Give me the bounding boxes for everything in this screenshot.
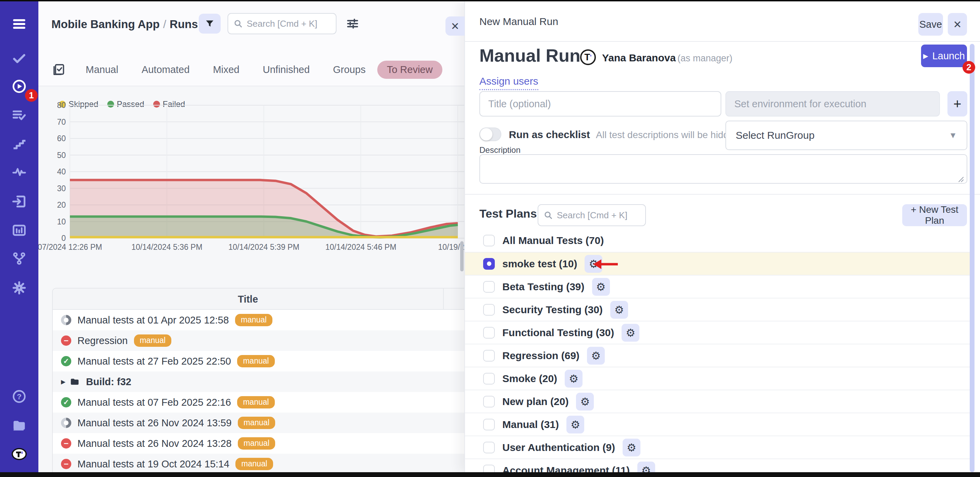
checkbox-checked[interactable] <box>483 258 495 270</box>
plan-settings-button[interactable]: ⚙ <box>637 461 655 472</box>
search-icon <box>233 19 243 29</box>
play-circle-icon[interactable] <box>12 79 27 94</box>
in-progress-status-icon <box>61 315 71 325</box>
test-plan-label: Smoke (20) <box>502 373 557 385</box>
svg-text:10/14/2024 5:36 PM: 10/14/2024 5:36 PM <box>131 243 202 251</box>
plan-settings-button[interactable]: ⚙ <box>622 324 640 342</box>
test-plan-row[interactable]: Functional Testing (30)⚙ <box>465 321 975 344</box>
right-panel-scrollbar[interactable] <box>970 44 975 472</box>
run-as-checklist-toggle[interactable] <box>479 127 501 141</box>
resize-handle-icon[interactable] <box>956 175 964 182</box>
sign-in-icon[interactable] <box>12 194 27 209</box>
plan-settings-button[interactable]: ⚙ <box>565 370 582 388</box>
table-row[interactable]: Regressionmanual <box>53 330 464 351</box>
help-icon[interactable]: ? <box>12 389 27 404</box>
run-title: Manual tests at 26 Nov 2024 13:28 <box>78 438 232 449</box>
test-plan-row[interactable]: User Authentication (9)⚙ <box>465 436 975 458</box>
test-plan-row[interactable]: New plan (20)⚙ <box>465 390 975 413</box>
avatar[interactable]: T' <box>580 49 596 65</box>
table-row[interactable]: Manual tests at 01 Apr 2025 12:58manual <box>53 310 464 330</box>
test-plans-search-input[interactable] <box>557 210 639 221</box>
tab-groups[interactable]: Groups <box>321 60 377 79</box>
checkbox[interactable] <box>483 419 495 430</box>
run-title-input[interactable] <box>479 91 721 116</box>
close-button[interactable]: ✕ <box>948 13 967 36</box>
caret-right-icon[interactable]: ▶ <box>61 378 65 385</box>
plan-settings-button[interactable]: ⚙ <box>576 393 594 410</box>
tab-unfinished[interactable]: Unfinished <box>251 60 321 79</box>
panel-collapse-button[interactable]: ✕ <box>445 16 465 36</box>
tab-to-review[interactable]: To Review <box>377 60 442 79</box>
runs-trend-chart: 0102030405060708007/2024 12:26 PM10/14/2… <box>38 91 464 256</box>
description-textarea[interactable] <box>479 154 967 184</box>
checkbox[interactable] <box>483 396 495 407</box>
test-plan-row[interactable]: Regression (69)⚙ <box>465 344 975 367</box>
table-row[interactable]: Manual tests at 19 Oct 2024 15:14manual <box>53 454 464 472</box>
test-plan-row[interactable]: Smoke (20)⚙ <box>465 367 975 390</box>
plan-settings-button[interactable]: ⚙ <box>623 439 640 456</box>
steps-icon[interactable] <box>12 137 27 151</box>
runs-search-input[interactable] <box>247 19 329 29</box>
runs-panel: Mobile Banking App/Runs ManualAutomatedM… <box>38 2 464 472</box>
left-panel-scrollbar[interactable] <box>460 241 464 271</box>
runs-search[interactable] <box>228 13 336 34</box>
checkbox[interactable] <box>483 304 495 316</box>
test-plan-row[interactable]: Manual (31)⚙ <box>465 413 975 436</box>
assign-users-link[interactable]: Assign users <box>479 75 538 90</box>
svg-text:07/2024 12:26 PM: 07/2024 12:26 PM <box>38 243 102 251</box>
checkbox[interactable] <box>483 465 495 472</box>
table-row[interactable]: Manual tests at 27 Feb 2025 22:50manual <box>53 351 464 372</box>
adjustments-icon[interactable] <box>345 16 360 31</box>
test-plan-label: Security Testing (30) <box>502 304 603 316</box>
manager-name: Yana Baranova <box>602 52 676 64</box>
test-plan-row[interactable]: Account Management (11)⚙ <box>465 458 975 472</box>
checkbox[interactable] <box>483 350 495 361</box>
list-check-icon[interactable] <box>12 108 27 123</box>
checkbox[interactable] <box>483 235 495 246</box>
test-plan-row[interactable]: All Manual Tests (70) <box>465 229 975 252</box>
logo-icon[interactable] <box>12 447 27 461</box>
checkbox[interactable] <box>483 327 495 339</box>
plan-settings-button[interactable]: ⚙ <box>592 278 610 296</box>
plan-settings-button[interactable]: ⚙ <box>610 301 628 319</box>
table-row[interactable]: Manual tests at 26 Nov 2024 13:59manual <box>53 413 464 433</box>
column-title[interactable]: Title <box>53 289 444 310</box>
plan-settings-button[interactable]: ⚙ <box>566 416 584 434</box>
table-row[interactable]: Manual tests at 07 Feb 2025 22:16manual <box>53 392 464 413</box>
check-icon[interactable] <box>12 51 27 66</box>
table-row[interactable]: Manual tests at 26 Nov 2024 13:28manual <box>53 433 464 454</box>
checklist-icon[interactable] <box>52 63 66 76</box>
branch-icon[interactable] <box>12 251 27 266</box>
gear-icon: ⚙ <box>591 350 601 362</box>
breadcrumb-page[interactable]: Runs <box>170 18 198 30</box>
checkbox[interactable] <box>483 281 495 293</box>
folder-icon[interactable] <box>12 418 27 433</box>
menu-icon[interactable] <box>12 16 27 32</box>
save-button[interactable]: Save <box>918 13 943 36</box>
checkbox[interactable] <box>483 373 495 385</box>
table-row[interactable]: ▶Build: f32 <box>53 372 464 392</box>
test-plan-row[interactable]: Security Testing (30)⚙ <box>465 298 975 321</box>
activity-icon[interactable] <box>12 164 27 180</box>
gear-icon[interactable] <box>12 280 27 296</box>
plan-settings-button[interactable]: ⚙ <box>587 347 605 365</box>
breadcrumb-project[interactable]: Mobile Banking App <box>51 18 160 30</box>
test-plan-row[interactable]: smoke test (10)⚙ <box>465 252 975 275</box>
add-environment-button[interactable]: + <box>947 91 967 116</box>
test-plan-row[interactable]: Beta Testing (39)⚙ <box>465 275 975 298</box>
new-test-plan-button[interactable]: + New Test Plan <box>902 204 967 226</box>
passed-status-icon <box>61 397 71 407</box>
tab-manual[interactable]: Manual <box>74 60 130 79</box>
tab-mixed[interactable]: Mixed <box>201 60 251 79</box>
tab-automated[interactable]: Automated <box>130 60 201 79</box>
gear-icon: ⚙ <box>569 372 578 385</box>
launch-button[interactable]: ▶ Launch <box>921 45 967 67</box>
bar-chart-icon[interactable] <box>12 223 27 238</box>
checkbox[interactable] <box>483 442 495 453</box>
type-badge: manual <box>238 437 275 449</box>
funnel-icon <box>204 18 215 29</box>
environment-input[interactable] <box>725 91 940 116</box>
rungroup-select[interactable]: Select RunGroup ▼ <box>725 121 967 150</box>
filter-button[interactable] <box>199 14 221 33</box>
test-plans-search[interactable] <box>538 204 646 226</box>
